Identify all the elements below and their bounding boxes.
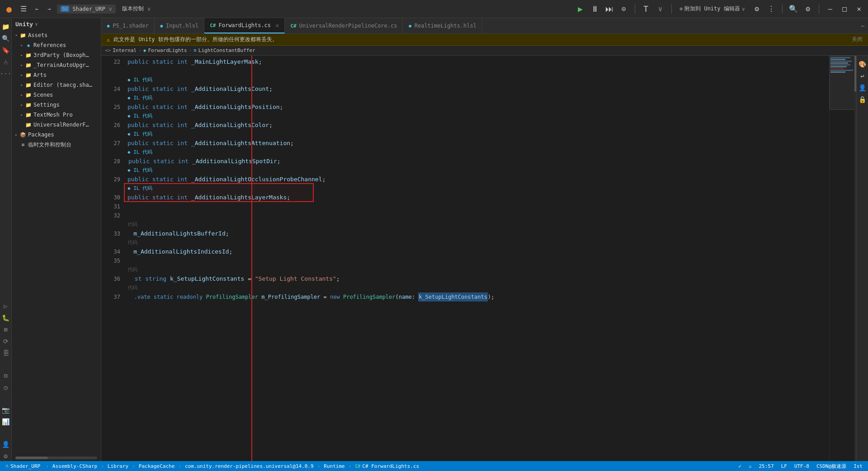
status-assembly: Assembly-CSharp [52, 463, 97, 469]
breadcrumb-item-3[interactable]: LightConstantBuffer [198, 47, 255, 53]
analytics-icon[interactable]: 📊 [1, 417, 11, 427]
cursor-line [251, 56, 252, 461]
play-button[interactable]: ▶ [575, 4, 586, 14]
breadcrumb-sep-2: › [189, 47, 192, 53]
p5shader-icon: ◆ [107, 23, 110, 29]
search-icon[interactable]: 🔍 [788, 4, 799, 14]
breadcrumb-icon-3: ≡ [193, 47, 197, 53]
timeline-icon[interactable]: ◷ [1, 382, 11, 392]
warnings-icon: ⚠ [749, 463, 752, 469]
hamburger-menu[interactable]: ☰ [18, 4, 29, 14]
tab-urpcore-label: UniversalRenderPipelineCore.cs [299, 23, 397, 29]
tab-realtimelights[interactable]: ◆ RealtimeLights.hlsl [403, 18, 482, 33]
search-sidebar-icon[interactable]: 🔍 [1, 33, 11, 43]
tree-item-urp[interactable]: ▸ 📁 UniversalRenderF… [12, 120, 101, 130]
status-sep-5: › [317, 463, 321, 469]
tab-p5shader[interactable]: ◆ P5_1.shader [101, 18, 155, 33]
more-sidebar-icon[interactable]: ··· [1, 69, 11, 79]
breadcrumb-item-1[interactable]: Internal [113, 47, 137, 53]
line-num-30: 30 [101, 193, 120, 202]
status-branch[interactable]: ⑃ Shader_URP [4, 463, 42, 469]
warning-close-button[interactable]: 关闭 [852, 36, 863, 43]
extensions-icon[interactable]: ⊞ [1, 325, 11, 334]
line-num-22: 22 [101, 57, 120, 66]
maximize-button[interactable]: □ [839, 4, 850, 14]
nav-back-button[interactable]: ← [33, 5, 41, 13]
tab-forwardlights-close[interactable]: ✕ [275, 22, 279, 29]
tab-forwardlights[interactable]: C# ForwardLights.cs ✕ [204, 18, 285, 33]
attach-unity-button[interactable]: ⊙ 附加到 Unity 编辑器 ∨ [677, 4, 748, 14]
unity-header[interactable]: Unity ∨ [12, 18, 101, 30]
attach-icon[interactable]: T [641, 4, 651, 14]
step-button[interactable]: ⏭ [604, 4, 615, 14]
breadcrumb-item-2[interactable]: ForwardLights [148, 47, 187, 53]
project-name-button[interactable]: SU Shader_URP ∨ [57, 5, 116, 14]
references-icon: ◆ [25, 42, 32, 48]
warning-text: 此文件是 Unity 软件包缓存的一部分。所做的任何更改都将丢失。 [113, 36, 278, 43]
history-icon[interactable]: ↩ [858, 71, 868, 81]
pause-button[interactable]: ⏸ [590, 4, 600, 14]
textmesh-label: TextMesh Pro [33, 112, 73, 118]
tree-item-arts[interactable]: ▸ 📁 Arts [12, 70, 101, 80]
tree-item-packages[interactable]: ▸ 📦 Packages [12, 130, 101, 140]
status-encoding[interactable]: UTF-8 [793, 463, 811, 469]
tree-item-3rdparty[interactable]: ▸ 📁 3rdParty (Boxoph… [12, 50, 101, 60]
code-line-24: public static int _AdditionalLightsCount… [127, 85, 829, 94]
bookmark-icon[interactable]: 🔖 [1, 45, 11, 55]
camera-icon[interactable]: 📷 [1, 405, 11, 415]
tab-urpcore[interactable]: C# UniversalRenderPipelineCore.cs [285, 18, 403, 33]
tree-item-temp[interactable]: ▸ ≡ 临时文件和控制台 [12, 140, 101, 150]
tab-inputhlsl[interactable]: ◆ Input.hlsl [155, 18, 204, 33]
warning-icon: ⚠ [107, 37, 110, 43]
terrain-icon: 📁 [25, 62, 32, 68]
more-options[interactable]: ⋮ [766, 4, 777, 14]
status-ok[interactable]: ✓ [736, 463, 743, 469]
tab-more-button[interactable]: ⋯ [857, 18, 868, 33]
status-position[interactable]: 25:57 [757, 463, 776, 469]
user-right-icon[interactable]: 👤 [858, 83, 868, 93]
tree-item-scenes[interactable]: ▸ 📁 Scenes [12, 90, 101, 100]
close-button[interactable]: ✕ [854, 4, 864, 14]
bug-icon[interactable]: 🐛 [1, 313, 11, 323]
db-icon[interactable]: 🗄 [1, 348, 11, 358]
tree-item-terrain[interactable]: ▸ 📁 _TerrainAutoUpgr… [12, 60, 101, 70]
status-warnings[interactable]: ⚠ [747, 463, 754, 469]
minimize-button[interactable]: — [825, 4, 835, 14]
tree-item-references[interactable]: ▸ ◆ References [12, 40, 101, 50]
line-num-36: 36 [101, 274, 120, 283]
app-icon[interactable]: ● [4, 4, 14, 14]
status-line-ending[interactable]: LF [779, 463, 789, 469]
record-button[interactable]: ⊙ [618, 4, 629, 14]
tree-item-assets[interactable]: ▾ 📁 Assets [12, 30, 101, 40]
settings-label: Settings [33, 102, 60, 108]
tree-item-textmesh[interactable]: ▸ 📁 TextMesh Pro [12, 110, 101, 120]
assets-label: Assets [28, 32, 47, 38]
version-control-button[interactable]: 版本控制 ∨ [119, 4, 153, 14]
temp-label: 临时文件和控制台 [28, 141, 71, 149]
code-content[interactable]: public static int _MainLightLayerMask; ◆… [124, 56, 829, 461]
lock-icon[interactable]: 🔒 [858, 94, 868, 104]
settings-sidebar-icon[interactable]: ⚙ [1, 451, 11, 461]
settings-icon[interactable]: ⚙ [802, 4, 813, 14]
status-package: com.unity.render-pipelines.universal@14.… [185, 463, 314, 469]
line-num-23 [101, 66, 120, 75]
nav-forward-button[interactable]: → [45, 5, 53, 13]
code-line-il-27: ◆ IL 代码 [127, 130, 829, 139]
assets-icon: 📁 [20, 32, 26, 38]
git-icon[interactable]: ⑃ [1, 57, 11, 67]
folder-icon[interactable]: 📁 [1, 22, 11, 32]
remote-icon[interactable]: ⟳ [1, 336, 11, 346]
tree-item-editor[interactable]: ▸ 📁 Editor (taecg.sha… [12, 80, 101, 90]
ok-icon: ✓ [738, 463, 741, 469]
paint-icon[interactable]: 🎨 [858, 59, 868, 69]
terminal-icon[interactable]: ⊟ [1, 371, 11, 381]
minimap [829, 56, 856, 461]
tree-item-settings[interactable]: ▸ 📁 Settings [12, 100, 101, 110]
position-label: 25:57 [759, 463, 774, 469]
3rdparty-icon: 📁 [25, 52, 32, 58]
run-icon[interactable]: ▷ [1, 301, 11, 311]
attach-chevron[interactable]: ∨ [655, 4, 666, 14]
plugin-icon[interactable]: ⚙ [751, 4, 762, 14]
references-label: References [33, 42, 66, 48]
person-icon[interactable]: 👤 [1, 439, 11, 449]
